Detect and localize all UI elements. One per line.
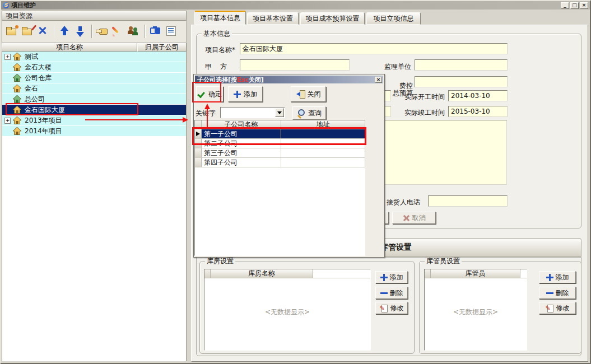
dropdown-arrow-icon[interactable] — [275, 108, 284, 117]
expand-plus-icon[interactable]: + — [4, 118, 11, 124]
edit-icon[interactable] — [111, 24, 125, 39]
subsidiary-grid: 子公司名称 地址 第一子公司第二子公司第三子公司第四子公司 — [194, 120, 365, 256]
warehouse-remove-button[interactable]: 删除 — [375, 287, 408, 299]
actual-end-label: 实际竣工时间 — [404, 108, 445, 118]
grid-column-name[interactable]: 子公司名称 — [202, 120, 281, 129]
subsidiary-name-cell[interactable]: 第四子公司 — [202, 158, 281, 167]
warehouse-group-title: 库房设置 — [205, 258, 235, 264]
keeper-grid-column-header[interactable]: 库管员 — [431, 269, 520, 278]
actual-start-input[interactable] — [448, 90, 508, 101]
subsidiary-name-cell[interactable]: 第一子公司 — [202, 129, 281, 138]
subsidiary-row[interactable]: 第三子公司 — [195, 148, 365, 158]
party-a-input[interactable] — [240, 59, 350, 71]
tree-item-label: 公司仓库 — [25, 73, 52, 83]
keyword-combobox[interactable] — [220, 107, 285, 118]
tree-column-header: 项目名称 归属子公司 — [2, 43, 187, 52]
edit-note-icon — [546, 304, 554, 312]
users-icon[interactable] — [127, 24, 141, 39]
move-up-icon[interactable] — [58, 24, 72, 39]
tree-item[interactable]: +2013年项目 — [2, 115, 186, 126]
warehouse-add-button[interactable]: 添加 — [375, 271, 408, 283]
subsidiary-address-cell[interactable] — [281, 139, 365, 148]
subsidiary-select-dialog: 子公司选择[按Esc关闭] × 确定 添加 关闭 关键字 查询 子公司名称 地址… — [193, 74, 385, 258]
subsidiary-name-cell[interactable]: 第三子公司 — [202, 148, 281, 157]
tab-project-basic-settings[interactable]: 项目基本设置 — [247, 12, 299, 25]
tree-item[interactable]: 公司仓库 — [2, 73, 186, 83]
dialog-ok-button[interactable]: 确定 — [196, 86, 224, 102]
toolbar-separator — [54, 25, 54, 38]
grid-indicator-header — [195, 120, 202, 129]
tab-project-basic-info[interactable]: 项目基本信息 — [194, 11, 246, 25]
tree-item[interactable]: 金石 — [2, 83, 186, 94]
app-icon: S — [3, 2, 9, 8]
subsidiary-name-cell[interactable]: 第二子公司 — [202, 139, 281, 148]
warehouse-grid-empty-text: <无数据显示> — [204, 307, 370, 317]
party-a-label: 甲 方 — [205, 62, 239, 72]
minimize-button[interactable]: _ — [561, 2, 569, 9]
left-panel-caption: 项目资源 — [2, 11, 187, 21]
dialog-close-button[interactable]: 关闭 — [291, 86, 326, 102]
keeper-remove-button[interactable]: 删除 — [539, 287, 576, 299]
delete-icon[interactable] — [36, 24, 50, 39]
new-folder-icon[interactable] — [4, 24, 19, 39]
receiver-phone-input[interactable] — [428, 195, 508, 207]
cancel-button[interactable]: 取消 — [392, 212, 436, 224]
tree-item[interactable]: 2014年项目 — [2, 126, 186, 137]
find-icon[interactable] — [148, 24, 163, 39]
tree-item[interactable]: 金石大楼 — [2, 62, 186, 73]
house-yellow-icon — [13, 63, 22, 71]
edit-note-icon — [380, 304, 388, 312]
tree-item[interactable]: 总公司 — [2, 94, 186, 105]
column-header-subsidiary[interactable]: 归属子公司 — [137, 43, 187, 52]
keeper-group-title: 库管员设置 — [425, 258, 462, 264]
edit-folder-icon[interactable] — [20, 24, 35, 39]
move-down-icon[interactable] — [73, 24, 88, 39]
report-icon[interactable] — [164, 24, 179, 39]
check-icon — [198, 90, 206, 98]
title-bar: S 项目维护 _ □ × — [1, 1, 590, 10]
row-indicator-cell — [195, 158, 202, 167]
project-name-input[interactable] — [240, 43, 508, 54]
subsidiary-address-cell[interactable] — [281, 158, 365, 167]
cancel-x-icon — [403, 214, 410, 222]
tab-project-cost-budget-settings[interactable]: 项目成本预算设置 — [300, 12, 365, 25]
tree-item-label: 2013年项目 — [25, 116, 62, 125]
subsidiary-row[interactable]: 第二子公司 — [195, 139, 365, 148]
magnifier-icon — [297, 109, 305, 118]
keeper-add-button[interactable]: 添加 — [539, 271, 576, 283]
plus-icon — [380, 274, 388, 281]
keeper-grid-indicator-header — [425, 269, 431, 278]
subsidiary-address-cell[interactable] — [281, 129, 365, 138]
pick-icon[interactable] — [95, 24, 110, 39]
subsidiary-row[interactable]: 第四子公司 — [195, 158, 365, 167]
supervisor-input[interactable] — [415, 59, 508, 71]
house-yellow-icon — [13, 106, 22, 114]
dialog-search-button[interactable]: 查询 — [292, 106, 326, 120]
subsidiary-row[interactable]: 第一子公司 — [195, 129, 365, 139]
maximize-button[interactable]: □ — [570, 2, 579, 9]
receiver-phone-label: 接货人电话 — [387, 198, 420, 207]
grid-column-address[interactable]: 地址 — [281, 120, 365, 129]
tab-project-initiation-info[interactable]: 项目立项信息 — [366, 12, 421, 25]
expand-plus-icon[interactable]: + — [4, 54, 11, 60]
keeper-modify-button[interactable]: 修改 — [539, 302, 576, 314]
house-green-icon — [13, 95, 22, 103]
dialog-add-button[interactable]: 添加 — [228, 86, 263, 102]
plus-icon — [234, 91, 241, 98]
left-toolbar — [2, 21, 187, 43]
dialog-close-icon[interactable]: × — [375, 77, 382, 83]
warehouse-modify-button[interactable]: 修改 — [375, 302, 408, 314]
tree-item[interactable]: +测试 — [2, 52, 186, 62]
actual-start-label: 实际开工时间 — [404, 92, 445, 102]
tree-item[interactable]: 金石国际大厦 — [2, 105, 186, 115]
house-green-icon — [13, 74, 22, 82]
actual-end-input[interactable] — [448, 106, 508, 117]
warehouse-grid-indicator-header — [204, 269, 211, 278]
warehouse-grid-column-header[interactable]: 库房名称 — [211, 269, 313, 278]
close-button[interactable]: × — [580, 2, 588, 9]
tree-item-label: 2014年项目 — [25, 127, 62, 136]
column-header-project-name[interactable]: 项目名称 — [2, 43, 137, 52]
budget-input[interactable] — [415, 76, 508, 87]
subsidiary-address-cell[interactable] — [281, 148, 365, 157]
project-tree: +测试金石大楼公司仓库金石总公司金石国际大厦+2013年项目2014年项目 — [2, 52, 187, 361]
